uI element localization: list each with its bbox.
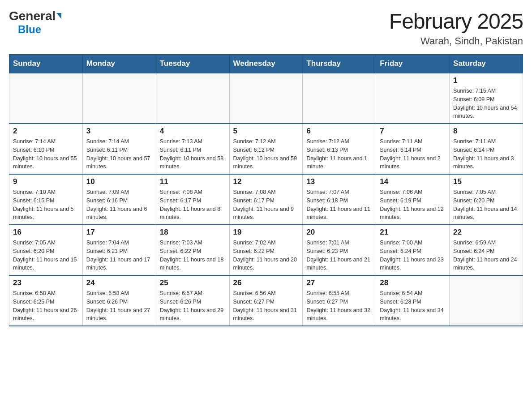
table-row: 27Sunrise: 6:55 AMSunset: 6:27 PMDayligh… bbox=[303, 275, 376, 326]
table-row: 9Sunrise: 7:10 AMSunset: 6:15 PMDaylight… bbox=[9, 174, 83, 225]
week-row-2: 2Sunrise: 7:14 AMSunset: 6:10 PMDaylight… bbox=[9, 124, 523, 174]
day-number: 26 bbox=[233, 278, 299, 287]
day-number: 14 bbox=[380, 177, 446, 186]
day-number: 10 bbox=[86, 177, 152, 186]
logo-general: General bbox=[9, 9, 61, 23]
day-info: Sunrise: 6:54 AMSunset: 6:28 PMDaylight:… bbox=[380, 289, 446, 323]
day-info: Sunrise: 7:09 AMSunset: 6:16 PMDaylight:… bbox=[86, 188, 152, 222]
day-info: Sunrise: 7:01 AMSunset: 6:23 PMDaylight:… bbox=[306, 239, 372, 272]
day-number: 11 bbox=[160, 177, 226, 186]
logo-arrow-icon bbox=[56, 13, 61, 19]
table-row: 26Sunrise: 6:56 AMSunset: 6:27 PMDayligh… bbox=[229, 275, 303, 326]
table-row: 4Sunrise: 7:13 AMSunset: 6:11 PMDaylight… bbox=[156, 124, 229, 174]
day-number: 28 bbox=[380, 278, 446, 287]
table-row: 24Sunrise: 6:58 AMSunset: 6:26 PMDayligh… bbox=[82, 275, 156, 326]
day-info: Sunrise: 7:05 AMSunset: 6:20 PMDaylight:… bbox=[13, 239, 79, 272]
calendar-table: Sunday Monday Tuesday Wednesday Thursday… bbox=[9, 54, 523, 326]
day-number: 21 bbox=[380, 228, 446, 237]
header-saturday: Saturday bbox=[450, 55, 523, 73]
week-row-1: 1Sunrise: 7:15 AMSunset: 6:09 PMDaylight… bbox=[9, 73, 523, 124]
header-monday: Monday bbox=[82, 55, 156, 73]
table-row: 28Sunrise: 6:54 AMSunset: 6:28 PMDayligh… bbox=[376, 275, 450, 326]
logo-blue-text: Blue bbox=[9, 23, 41, 36]
table-row: 19Sunrise: 7:02 AMSunset: 6:22 PMDayligh… bbox=[229, 225, 303, 275]
table-row: 13Sunrise: 7:07 AMSunset: 6:18 PMDayligh… bbox=[303, 174, 376, 225]
day-info: Sunrise: 7:06 AMSunset: 6:19 PMDaylight:… bbox=[380, 188, 446, 222]
day-info: Sunrise: 6:56 AMSunset: 6:27 PMDaylight:… bbox=[233, 289, 299, 323]
day-info: Sunrise: 7:14 AMSunset: 6:11 PMDaylight:… bbox=[86, 137, 152, 171]
day-number: 19 bbox=[233, 228, 299, 237]
table-row: 1Sunrise: 7:15 AMSunset: 6:09 PMDaylight… bbox=[450, 73, 523, 124]
table-row bbox=[156, 73, 229, 124]
logo-blue: Blue bbox=[18, 23, 41, 35]
day-number: 5 bbox=[233, 127, 299, 136]
table-row: 7Sunrise: 7:11 AMSunset: 6:14 PMDaylight… bbox=[376, 124, 450, 174]
table-row: 11Sunrise: 7:08 AMSunset: 6:17 PMDayligh… bbox=[156, 174, 229, 225]
day-info: Sunrise: 7:03 AMSunset: 6:22 PMDaylight:… bbox=[160, 239, 226, 272]
day-number: 6 bbox=[306, 127, 372, 136]
day-number: 8 bbox=[453, 127, 519, 136]
week-row-4: 16Sunrise: 7:05 AMSunset: 6:20 PMDayligh… bbox=[9, 225, 523, 275]
day-info: Sunrise: 7:08 AMSunset: 6:17 PMDaylight:… bbox=[160, 188, 226, 222]
day-info: Sunrise: 7:11 AMSunset: 6:14 PMDaylight:… bbox=[453, 137, 519, 171]
day-number: 4 bbox=[160, 127, 226, 136]
day-number: 23 bbox=[13, 278, 79, 287]
table-row: 2Sunrise: 7:14 AMSunset: 6:10 PMDaylight… bbox=[9, 124, 83, 174]
table-row: 3Sunrise: 7:14 AMSunset: 6:11 PMDaylight… bbox=[82, 124, 156, 174]
day-number: 16 bbox=[13, 228, 79, 237]
table-row: 17Sunrise: 7:04 AMSunset: 6:21 PMDayligh… bbox=[82, 225, 156, 275]
table-row: 20Sunrise: 7:01 AMSunset: 6:23 PMDayligh… bbox=[303, 225, 376, 275]
table-row: 14Sunrise: 7:06 AMSunset: 6:19 PMDayligh… bbox=[376, 174, 450, 225]
day-info: Sunrise: 6:57 AMSunset: 6:26 PMDaylight:… bbox=[160, 289, 226, 323]
table-row: 25Sunrise: 6:57 AMSunset: 6:26 PMDayligh… bbox=[156, 275, 229, 326]
logo-text: General bbox=[9, 9, 61, 23]
day-info: Sunrise: 7:10 AMSunset: 6:15 PMDaylight:… bbox=[13, 188, 79, 222]
day-info: Sunrise: 7:14 AMSunset: 6:10 PMDaylight:… bbox=[13, 137, 79, 171]
header-thursday: Thursday bbox=[303, 55, 376, 73]
day-number: 24 bbox=[86, 278, 152, 287]
table-row: 12Sunrise: 7:08 AMSunset: 6:17 PMDayligh… bbox=[229, 174, 303, 225]
day-info: Sunrise: 7:11 AMSunset: 6:14 PMDaylight:… bbox=[380, 137, 446, 171]
day-info: Sunrise: 7:13 AMSunset: 6:11 PMDaylight:… bbox=[160, 137, 226, 171]
table-row: 16Sunrise: 7:05 AMSunset: 6:20 PMDayligh… bbox=[9, 225, 83, 275]
table-row: 15Sunrise: 7:05 AMSunset: 6:20 PMDayligh… bbox=[450, 174, 523, 225]
day-info: Sunrise: 7:12 AMSunset: 6:13 PMDaylight:… bbox=[306, 137, 372, 171]
table-row: 8Sunrise: 7:11 AMSunset: 6:14 PMDaylight… bbox=[450, 124, 523, 174]
day-number: 22 bbox=[453, 228, 519, 237]
table-row: 6Sunrise: 7:12 AMSunset: 6:13 PMDaylight… bbox=[303, 124, 376, 174]
table-row: 18Sunrise: 7:03 AMSunset: 6:22 PMDayligh… bbox=[156, 225, 229, 275]
table-row bbox=[9, 73, 83, 124]
location-title: Warah, Sindh, Pakistan bbox=[389, 35, 523, 47]
day-info: Sunrise: 7:02 AMSunset: 6:22 PMDaylight:… bbox=[233, 239, 299, 272]
day-info: Sunrise: 6:58 AMSunset: 6:25 PMDaylight:… bbox=[13, 289, 79, 323]
table-row: 22Sunrise: 6:59 AMSunset: 6:24 PMDayligh… bbox=[450, 225, 523, 275]
header-wednesday: Wednesday bbox=[229, 55, 303, 73]
day-info: Sunrise: 6:55 AMSunset: 6:27 PMDaylight:… bbox=[306, 289, 372, 323]
table-row: 21Sunrise: 7:00 AMSunset: 6:24 PMDayligh… bbox=[376, 225, 450, 275]
table-row bbox=[229, 73, 303, 124]
header-sunday: Sunday bbox=[9, 55, 83, 73]
day-info: Sunrise: 7:07 AMSunset: 6:18 PMDaylight:… bbox=[306, 188, 372, 222]
day-info: Sunrise: 7:00 AMSunset: 6:24 PMDaylight:… bbox=[380, 239, 446, 272]
table-row bbox=[450, 275, 523, 326]
day-number: 20 bbox=[306, 228, 372, 237]
page-header: General Blue February 2025 Warah, Sindh,… bbox=[9, 9, 523, 47]
day-number: 25 bbox=[160, 278, 226, 287]
table-row bbox=[303, 73, 376, 124]
day-number: 3 bbox=[86, 127, 152, 136]
day-number: 15 bbox=[453, 177, 519, 186]
day-number: 12 bbox=[233, 177, 299, 186]
day-info: Sunrise: 7:04 AMSunset: 6:21 PMDaylight:… bbox=[86, 239, 152, 272]
day-info: Sunrise: 7:08 AMSunset: 6:17 PMDaylight:… bbox=[233, 188, 299, 222]
day-number: 2 bbox=[13, 127, 79, 136]
day-info: Sunrise: 6:58 AMSunset: 6:26 PMDaylight:… bbox=[86, 289, 152, 323]
day-number: 1 bbox=[453, 76, 519, 85]
day-number: 17 bbox=[86, 228, 152, 237]
header-friday: Friday bbox=[376, 55, 450, 73]
day-number: 18 bbox=[160, 228, 226, 237]
day-number: 13 bbox=[306, 177, 372, 186]
table-row bbox=[82, 73, 156, 124]
week-row-3: 9Sunrise: 7:10 AMSunset: 6:15 PMDaylight… bbox=[9, 174, 523, 225]
header-tuesday: Tuesday bbox=[156, 55, 229, 73]
table-row: 5Sunrise: 7:12 AMSunset: 6:12 PMDaylight… bbox=[229, 124, 303, 174]
